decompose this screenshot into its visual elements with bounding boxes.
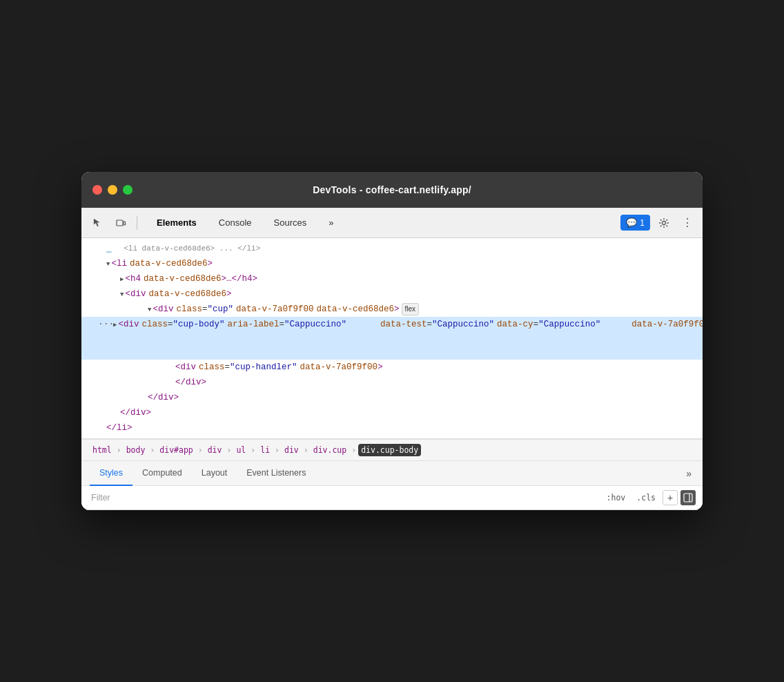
dom-line-div-cup[interactable]: <div class="cup" data-v-7a0f9f00 data-v-… (81, 302, 703, 317)
tab-computed[interactable]: Computed (133, 461, 192, 486)
breadcrumb-body[interactable]: body (124, 444, 148, 456)
dom-line-li-open[interactable]: <li data-v-ced68de6 > (81, 256, 703, 271)
breadcrumb-div2[interactable]: div (282, 444, 302, 456)
breadcrumb-bar: html › body › div#app › div › ul › li › … (81, 439, 703, 461)
dom-line-div-cup-body[interactable]: ··· <div class="cup-body" aria-label="Ca… (81, 317, 703, 360)
dom-line-li-close[interactable]: </li> (81, 420, 703, 436)
dom-line-h4[interactable]: <h4 data-v-ced68de6 > … </h4> (81, 271, 703, 286)
devtools-window: DevTools - coffee-cart.netlify.app/ Elem… (81, 172, 703, 510)
notification-count: 1 (640, 218, 645, 228)
cls-button[interactable]: .cls (632, 491, 660, 504)
breadcrumb-divcupbody[interactable]: div.cup-body (358, 444, 421, 456)
sidebar-button[interactable] (680, 490, 696, 505)
dom-cut-line: ⎯ <li data-v-ced68de6> ... </li> (81, 241, 703, 256)
inspect-button[interactable] (87, 213, 108, 233)
toolbar-tabs: Elements Console Sources » (146, 213, 344, 232)
dom-line-close-div3[interactable]: </div> (81, 405, 703, 420)
title-bar: DevTools - coffee-cart.netlify.app/ (81, 172, 703, 208)
minimize-button[interactable] (108, 185, 117, 195)
flex-badge[interactable]: flex (402, 303, 420, 315)
dom-line-close-div2[interactable]: </div> (81, 390, 703, 405)
add-style-button[interactable]: + (663, 490, 678, 505)
tab-more[interactable]: » (317, 213, 344, 232)
tab-layout[interactable]: Layout (192, 461, 237, 486)
toolbar: Elements Console Sources » 💬 1 ⋮ (81, 208, 703, 238)
svg-rect-3 (684, 494, 692, 502)
filter-actions: :hov .cls + (602, 490, 696, 505)
panel-tabs: Styles Computed Layout Event Listeners » (81, 461, 703, 486)
breadcrumb-html[interactable]: html (90, 444, 115, 456)
svg-rect-0 (117, 220, 123, 226)
close-button[interactable] (92, 185, 102, 195)
dom-line-div-ced[interactable]: <div data-v-ced68de6 > (81, 286, 703, 302)
panel-tab-more[interactable]: » (683, 462, 694, 485)
tab-console[interactable]: Console (208, 213, 263, 232)
svg-rect-1 (124, 222, 126, 225)
breadcrumb-divapp[interactable]: div#app (157, 444, 195, 456)
more-options-button[interactable]: ⋮ (678, 213, 697, 233)
chat-icon: 💬 (626, 217, 637, 228)
toolbar-divider (137, 216, 137, 230)
filter-input[interactable] (88, 491, 597, 504)
breadcrumb-div1[interactable]: div (205, 444, 225, 456)
breadcrumb-divcup[interactable]: div.cup (311, 444, 349, 456)
tab-sources[interactable]: Sources (263, 213, 318, 232)
tab-event-listeners[interactable]: Event Listeners (237, 461, 315, 486)
triangle-icon (120, 290, 124, 300)
svg-point-2 (663, 221, 666, 224)
window-title: DevTools - coffee-cart.netlify.app/ (313, 184, 471, 195)
dom-line-close-div1[interactable]: </div> (81, 375, 703, 390)
dom-line-div-cup-handler[interactable]: <div class="cup-handler" data-v-7a0f9f00… (81, 360, 703, 375)
toolbar-right: 💬 1 ⋮ (620, 213, 697, 233)
hov-button[interactable]: :hov (602, 491, 630, 504)
tab-elements[interactable]: Elements (146, 213, 208, 232)
tab-styles[interactable]: Styles (90, 461, 133, 486)
dom-tree: ⎯ <li data-v-ced68de6> ... </li> <li dat… (81, 238, 703, 439)
triangle-icon (148, 305, 151, 315)
maximize-button[interactable] (123, 185, 133, 195)
settings-button[interactable] (654, 213, 674, 233)
triangle-icon (113, 320, 117, 330)
breadcrumb-li[interactable]: li (257, 444, 273, 456)
triangle-icon (120, 275, 124, 284)
filter-bar: :hov .cls + (81, 486, 703, 510)
device-toggle-button[interactable] (110, 213, 131, 233)
breadcrumb-ul[interactable]: ul (233, 444, 248, 456)
traffic-lights (92, 185, 133, 195)
triangle-icon (106, 260, 110, 269)
ellipsis-button[interactable]: ··· (98, 318, 109, 332)
notification-button[interactable]: 💬 1 (620, 215, 650, 231)
